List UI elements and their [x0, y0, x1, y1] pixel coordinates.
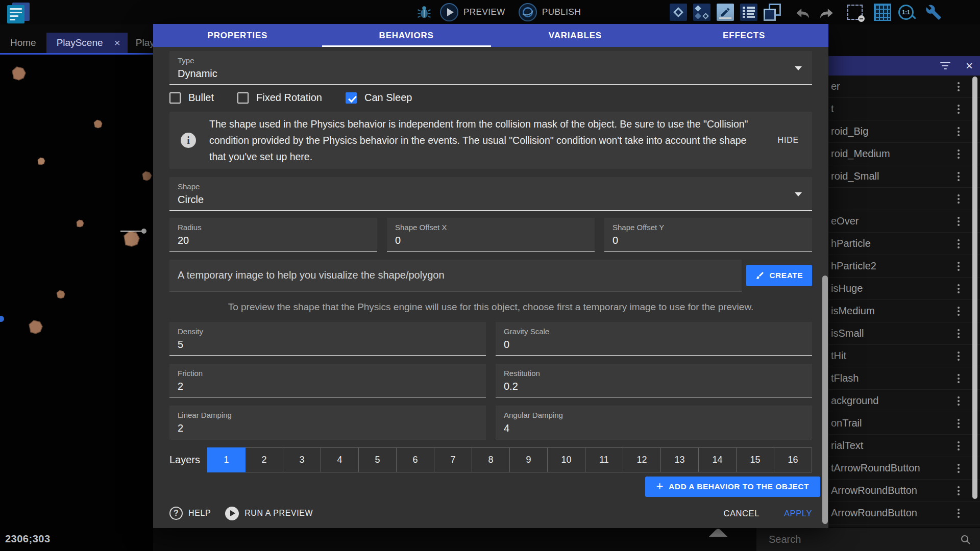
kebab-menu-icon[interactable] — [955, 147, 962, 161]
grid-icon[interactable] — [873, 3, 892, 22]
add-behavior-button[interactable]: + ADD A BEHAVIOR TO THE OBJECT — [645, 477, 820, 497]
kebab-menu-icon[interactable] — [955, 192, 962, 206]
kebab-menu-icon[interactable] — [955, 484, 962, 497]
object-groups-icon[interactable] — [692, 3, 712, 22]
wrench-settings-icon[interactable] — [924, 3, 943, 22]
temp-image-input[interactable]: A temporary image to help you visualize … — [169, 260, 742, 291]
kebab-menu-icon[interactable] — [955, 305, 962, 318]
tab-properties[interactable]: PROPERTIES — [153, 24, 322, 47]
project-manager-icon[interactable] — [7, 3, 31, 24]
tab-close-icon[interactable]: × — [114, 37, 120, 49]
checkbox-icon[interactable] — [237, 92, 249, 104]
layer-9-button[interactable]: 9 — [509, 447, 548, 472]
globe-icon — [521, 6, 534, 19]
radius-field[interactable]: Radius 20 — [169, 218, 377, 252]
layer-14-button[interactable]: 14 — [698, 447, 737, 472]
sidebar-scrollbar[interactable] — [972, 77, 977, 499]
tab-behaviors[interactable]: BEHAVIORS — [322, 24, 491, 47]
layer-8-button[interactable]: 8 — [472, 447, 510, 472]
create-button[interactable]: CREATE — [746, 265, 812, 286]
friction-field[interactable]: Friction 2 — [169, 364, 486, 397]
search-input[interactable]: Search — [769, 534, 801, 545]
app-root: PREVIEW PUBLISH — [0, 0, 980, 551]
debug-bug-icon[interactable] — [414, 3, 434, 22]
shape-select[interactable]: Shape Circle — [169, 177, 812, 211]
layer-3-button[interactable]: 3 — [283, 447, 321, 472]
objects-icon[interactable] — [669, 3, 688, 22]
asteroid-sprite — [94, 120, 102, 128]
kebab-menu-icon[interactable] — [955, 170, 962, 183]
layer-2-button[interactable]: 2 — [245, 447, 283, 472]
kebab-menu-icon[interactable] — [955, 439, 962, 453]
kebab-menu-icon[interactable] — [955, 372, 962, 385]
filter-icon[interactable] — [940, 62, 950, 69]
layer-6-button[interactable]: 6 — [396, 447, 434, 472]
kebab-menu-icon[interactable] — [955, 282, 962, 295]
restitution-field[interactable]: Restitution 0.2 — [496, 364, 812, 397]
shape-offset-y-field[interactable]: Shape Offset Y 0 — [604, 218, 812, 252]
redo-icon[interactable] — [817, 3, 836, 22]
layer-13-button[interactable]: 13 — [660, 447, 699, 472]
close-panel-icon[interactable]: × — [966, 60, 973, 72]
preview-icon[interactable] — [440, 3, 458, 21]
pencil-underline — [719, 17, 731, 19]
layer-16-button[interactable]: 16 — [774, 447, 812, 472]
kebab-menu-icon[interactable] — [955, 349, 962, 363]
edit-scene-pencil-icon[interactable] — [716, 3, 735, 22]
tab-effects[interactable]: EFFECTS — [659, 24, 828, 47]
cancel-button[interactable]: CANCEL — [723, 509, 760, 518]
shape-offset-x-field[interactable]: Shape Offset X 0 — [387, 218, 595, 252]
kebab-menu-icon[interactable] — [955, 103, 962, 116]
undo-icon[interactable] — [793, 3, 813, 22]
kebab-menu-icon[interactable] — [955, 80, 962, 93]
selection-marquee-icon[interactable] — [845, 3, 865, 22]
help-button[interactable]: ? HELP — [169, 507, 211, 520]
layer-11-button[interactable]: 11 — [585, 447, 623, 472]
cursor-coordinates: 2306;303 — [5, 533, 51, 545]
can-sleep-checkbox[interactable]: Can Sleep — [346, 92, 412, 104]
layers-icon[interactable] — [763, 3, 782, 22]
kebab-menu-icon[interactable] — [955, 327, 962, 340]
checkbox-icon[interactable] — [169, 92, 181, 104]
kebab-menu-icon[interactable] — [955, 417, 962, 430]
layer-15-button[interactable]: 15 — [736, 447, 774, 472]
hide-button[interactable]: HIDE — [776, 133, 801, 148]
linear-damping-field[interactable]: Linear Damping 2 — [169, 406, 486, 439]
type-select[interactable]: Type Dynamic — [169, 51, 812, 85]
scene-canvas[interactable]: 2306;303 — [0, 53, 153, 551]
publish-button[interactable]: PUBLISH — [542, 7, 581, 17]
kebab-menu-icon[interactable] — [955, 260, 962, 273]
fixed-rotation-checkbox[interactable]: Fixed Rotation — [237, 92, 322, 104]
apply-button[interactable]: APPLY — [784, 509, 812, 518]
kebab-menu-icon[interactable] — [955, 462, 962, 475]
preview-button[interactable]: PREVIEW — [463, 7, 505, 17]
kebab-menu-icon[interactable] — [955, 237, 962, 251]
tab-variables[interactable]: VARIABLES — [491, 24, 660, 47]
zoom-1-1-icon[interactable]: 1:1 — [896, 3, 916, 22]
run-preview-button[interactable]: RUN A PREVIEW — [225, 507, 313, 520]
asteroid-sprite — [124, 231, 139, 246]
layer-10-button[interactable]: 10 — [547, 447, 585, 472]
layer-12-button[interactable]: 12 — [623, 447, 661, 472]
kebab-menu-icon[interactable] — [955, 394, 962, 408]
gravity-scale-field[interactable]: Gravity Scale 0 — [496, 322, 812, 356]
density-field[interactable]: Density 5 — [169, 322, 486, 356]
layer-4-button[interactable]: 4 — [321, 447, 359, 472]
angular-damping-field[interactable]: Angular Damping 4 — [496, 406, 812, 439]
events-sheet-icon[interactable] — [739, 3, 758, 22]
type-value: Dynamic — [178, 68, 804, 80]
checkbox-checked-icon[interactable] — [346, 92, 357, 104]
tab-home[interactable]: Home — [0, 33, 46, 53]
dialog-scrollbar[interactable] — [822, 276, 828, 524]
layer-1-button[interactable]: 1 — [207, 447, 246, 472]
layer-7-button[interactable]: 7 — [434, 447, 472, 472]
bullet-checkbox[interactable]: Bullet — [169, 92, 214, 104]
info-banner: i The shape used in the Physics behavior… — [169, 112, 812, 169]
shape-label: Shape — [178, 182, 804, 191]
kebab-menu-icon[interactable] — [955, 507, 962, 520]
kebab-menu-icon[interactable] — [955, 125, 962, 138]
publish-icon[interactable] — [519, 3, 537, 21]
tab-playscene[interactable]: PlayScene × — [46, 33, 128, 53]
kebab-menu-icon[interactable] — [955, 215, 962, 228]
layer-5-button[interactable]: 5 — [358, 447, 397, 472]
